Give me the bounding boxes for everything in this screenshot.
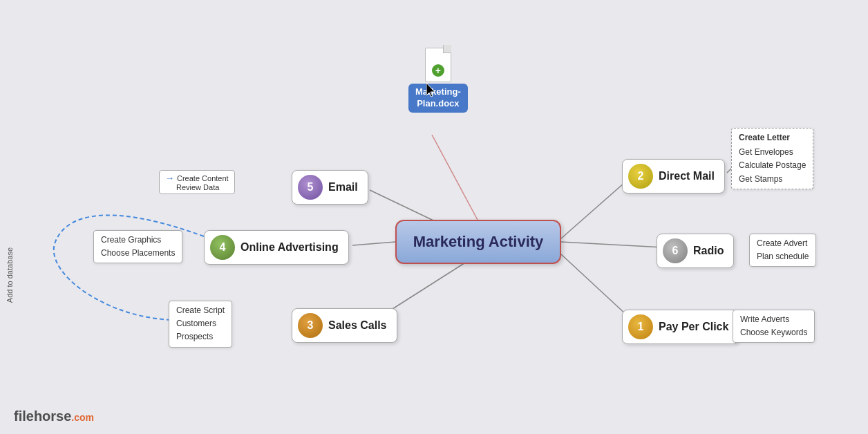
file-plus-icon: + xyxy=(432,64,444,77)
file-node[interactable]: + Marketing-Plan.docx xyxy=(408,45,468,113)
svg-marker-13 xyxy=(426,83,435,97)
radio-circle: 6 xyxy=(663,238,688,263)
svg-line-1 xyxy=(352,242,395,245)
watermark: filehorse.com xyxy=(14,408,94,424)
direct-mail-label: Direct Mail xyxy=(659,170,715,182)
sales-calls-subtask: Create Script Customers Prospects xyxy=(169,301,232,348)
online-advertising-label: Online Advertising xyxy=(240,241,339,254)
email-node[interactable]: 5 Email xyxy=(292,170,368,205)
central-label: Marketing Activity xyxy=(413,233,544,251)
email-subtask: → Create Content Review Data xyxy=(159,170,235,194)
brand-tld: .com xyxy=(71,412,94,423)
direct-mail-circle: 2 xyxy=(628,164,653,189)
sales-calls-circle: 3 xyxy=(298,313,323,338)
pay-per-click-node[interactable]: 1 Pay Per Click xyxy=(622,310,739,344)
sales-calls-label: Sales Calls xyxy=(328,319,387,332)
brand-name: filehorse xyxy=(14,408,71,424)
radio-subtask: Create Advert Plan schedule xyxy=(749,234,816,267)
radio-node[interactable]: 6 Radio xyxy=(657,234,734,268)
pay-per-click-label: Pay Per Click xyxy=(659,321,728,333)
cursor xyxy=(426,83,435,97)
online-advertising-subtask: Create Graphics Choose Placements xyxy=(93,230,182,263)
pay-per-click-circle: 1 xyxy=(628,314,653,339)
direct-mail-subtask: Create Letter Get Envelopes Calculate Po… xyxy=(731,128,813,189)
email-label: Email xyxy=(328,181,358,194)
direct-mail-node[interactable]: 2 Direct Mail xyxy=(622,159,725,194)
central-node[interactable]: Marketing Activity xyxy=(395,220,561,264)
sales-calls-node[interactable]: 3 Sales Calls xyxy=(292,308,397,343)
add-to-database-label: Add to database xyxy=(6,247,14,303)
online-advertising-circle: 4 xyxy=(210,235,235,260)
file-icon: + xyxy=(423,45,453,82)
online-advertising-node[interactable]: 4 Online Advertising xyxy=(204,230,349,265)
email-circle: 5 xyxy=(298,175,323,200)
file-label: Marketing-Plan.docx xyxy=(408,84,468,113)
svg-line-4 xyxy=(561,242,663,247)
pay-per-click-subtask: Write Adverts Choose Keywords xyxy=(733,310,815,343)
radio-label: Radio xyxy=(693,245,724,257)
svg-line-6 xyxy=(432,135,478,221)
